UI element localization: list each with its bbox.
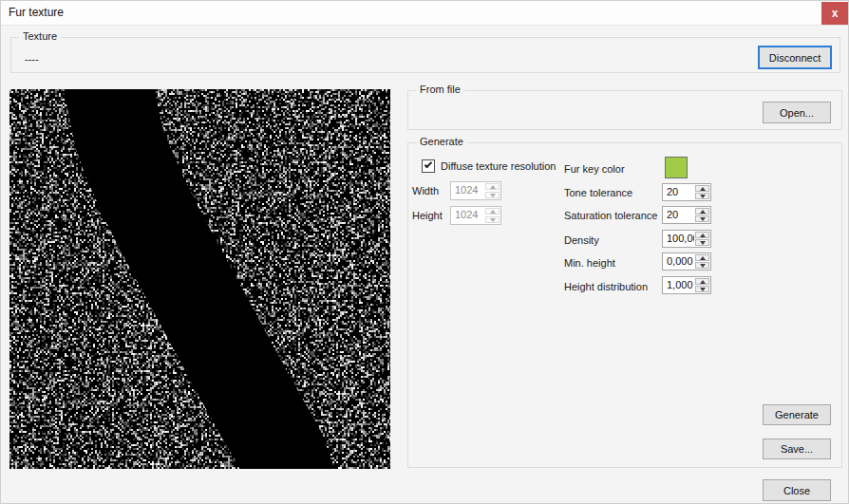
up-arrow-icon: [700, 210, 706, 214]
down-arrow-icon: [700, 264, 706, 268]
height-distribution-value[interactable]: 1,000: [667, 279, 694, 290]
height-spin-down-button: [485, 216, 500, 223]
density-spin-up-button[interactable]: [695, 232, 709, 238]
diffuse-texture-resolution-checkbox[interactable]: Diffuse texture resolution: [422, 159, 556, 173]
height-distribution-spinner[interactable]: 1,000: [662, 276, 711, 294]
width-value: 1024: [455, 184, 484, 196]
up-arrow-icon: [490, 185, 496, 189]
texture-group: Texture: [10, 37, 840, 73]
save-button[interactable]: Save...: [763, 439, 831, 459]
check-icon: [424, 160, 432, 168]
open-button[interactable]: Open...: [763, 102, 831, 123]
density-spinner[interactable]: 100,000: [662, 230, 711, 248]
title-bar[interactable]: Fur texture x: [1, 1, 848, 26]
tone-tolerance-value[interactable]: 20: [667, 186, 694, 197]
height-distribution-spin-down-button[interactable]: [695, 286, 709, 292]
tone-tolerance-spin-up-button[interactable]: [695, 185, 709, 192]
min-height-label: Min. height: [564, 257, 615, 269]
down-arrow-icon: [700, 195, 706, 198]
tone-tolerance-label: Tone tolerance: [564, 187, 632, 198]
close-button[interactable]: Close: [763, 479, 831, 501]
min-height-spin-down-button[interactable]: [695, 262, 709, 269]
saturation-tolerance-label: Saturation tolerance: [564, 210, 657, 221]
density-value[interactable]: 100,000: [667, 233, 694, 244]
generate-button[interactable]: Generate: [763, 404, 831, 425]
fur-texture-dialog: Fur texture x Texture ---- Disconnect Fr…: [0, 0, 849, 504]
texture-preview: [9, 89, 390, 469]
down-arrow-icon: [490, 194, 496, 197]
close-icon: x: [832, 8, 839, 19]
saturation-tolerance-value[interactable]: 20: [667, 209, 694, 220]
min-height-spinner[interactable]: 0,000: [662, 252, 711, 271]
min-height-spin-up-button[interactable]: [695, 254, 709, 261]
generate-group-label: Generate: [416, 136, 467, 147]
from-file-group-label: From file: [416, 84, 464, 95]
tone-tolerance-spinner[interactable]: 20: [662, 183, 711, 201]
height-spin-up-button: [485, 208, 500, 215]
window-title: Fur texture: [9, 6, 64, 19]
fur-key-color-label: Fur key color: [564, 163, 625, 175]
fur-key-color-swatch[interactable]: [665, 157, 688, 178]
tone-tolerance-spin-down-button[interactable]: [695, 193, 709, 199]
height-distribution-spin-up-button[interactable]: [695, 278, 709, 285]
close-window-button[interactable]: x: [821, 2, 848, 25]
up-arrow-icon: [700, 233, 706, 237]
down-arrow-icon: [700, 217, 706, 221]
down-arrow-icon: [490, 218, 496, 222]
density-spin-down-button[interactable]: [695, 239, 709, 246]
height-value: 1024: [455, 209, 484, 220]
height-label: Height: [412, 210, 443, 221]
height-spinner: 1024: [450, 206, 501, 225]
texture-value: ----: [25, 53, 39, 65]
min-height-value[interactable]: 0,000: [667, 255, 694, 267]
width-label: Width: [412, 185, 439, 196]
up-arrow-icon: [700, 187, 706, 191]
checkbox-label: Diffuse texture resolution: [441, 160, 556, 172]
down-arrow-icon: [700, 241, 706, 245]
width-spinner: 1024: [450, 181, 501, 200]
width-spin-down-button: [485, 192, 500, 198]
height-distribution-label: Height distribution: [564, 281, 648, 292]
saturation-tolerance-spin-down-button[interactable]: [695, 215, 709, 222]
up-arrow-icon: [700, 280, 706, 284]
texture-group-label: Texture: [19, 30, 61, 42]
saturation-tolerance-spinner[interactable]: 20: [662, 206, 711, 224]
up-arrow-icon: [700, 256, 706, 260]
saturation-tolerance-spin-up-button[interactable]: [695, 208, 709, 215]
checkbox-box: [422, 159, 435, 173]
width-spin-up-button: [485, 183, 500, 190]
disconnect-button[interactable]: Disconnect: [758, 46, 832, 69]
up-arrow-icon: [490, 210, 496, 214]
density-label: Density: [564, 234, 599, 246]
down-arrow-icon: [700, 288, 706, 291]
